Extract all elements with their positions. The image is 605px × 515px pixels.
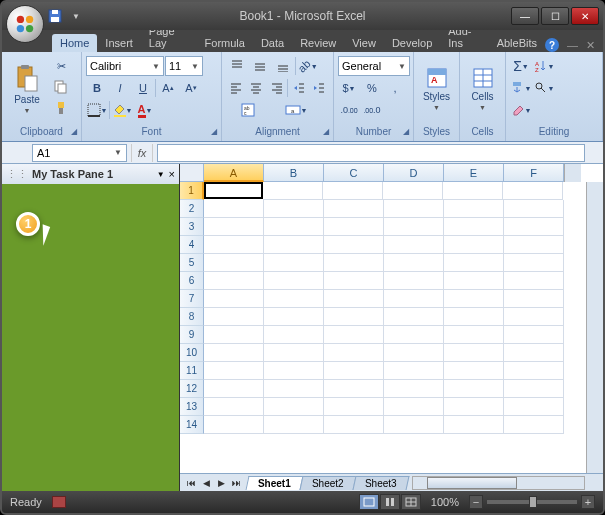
font-size-combo[interactable]: 11▼	[165, 56, 203, 76]
cell[interactable]	[264, 200, 324, 218]
cell[interactable]	[444, 362, 504, 380]
italic-button[interactable]: I	[109, 78, 131, 98]
zoom-out-button[interactable]: −	[469, 495, 483, 509]
cell[interactable]	[264, 398, 324, 416]
tab-first-button[interactable]: ⏮	[184, 476, 198, 490]
align-right-button[interactable]	[267, 78, 286, 98]
name-box[interactable]: A1▼	[32, 144, 127, 162]
row-header[interactable]: 11	[180, 362, 204, 380]
cell[interactable]	[443, 182, 503, 200]
borders-button[interactable]: ▼	[86, 100, 108, 120]
cell[interactable]	[264, 344, 324, 362]
cell[interactable]	[444, 200, 504, 218]
tab-view[interactable]: View	[344, 34, 384, 52]
task-pane-close-icon[interactable]: ×	[169, 168, 175, 180]
row-header[interactable]: 6	[180, 272, 204, 290]
cell[interactable]	[504, 272, 564, 290]
cell[interactable]	[264, 416, 324, 434]
cell[interactable]	[444, 218, 504, 236]
decrease-indent-button[interactable]	[289, 78, 308, 98]
tab-last-button[interactable]: ⏭	[229, 476, 243, 490]
row-header[interactable]: 5	[180, 254, 204, 272]
name-box-dropdown-icon[interactable]: ▼	[114, 148, 122, 157]
tab-ablebits[interactable]: AbleBits	[489, 34, 545, 52]
cell[interactable]	[324, 236, 384, 254]
cell[interactable]	[384, 290, 444, 308]
cell[interactable]	[324, 344, 384, 362]
hscroll-thumb[interactable]	[427, 477, 517, 489]
cell[interactable]	[324, 200, 384, 218]
row-header[interactable]: 10	[180, 344, 204, 362]
cell[interactable]	[444, 272, 504, 290]
col-header[interactable]: A	[204, 164, 264, 182]
paste-button[interactable]: Paste ▼	[6, 56, 48, 122]
shrink-font-button[interactable]: A▾	[180, 78, 202, 98]
vertical-scrollbar[interactable]	[586, 182, 603, 473]
clipboard-launcher-icon[interactable]: ◢	[71, 127, 77, 136]
minimize-button[interactable]: —	[511, 7, 539, 25]
cell[interactable]	[264, 308, 324, 326]
tab-developer[interactable]: Develop	[384, 34, 440, 52]
maximize-button[interactable]: ☐	[541, 7, 569, 25]
row-header[interactable]: 9	[180, 326, 204, 344]
merge-center-button[interactable]: a▼	[271, 100, 321, 120]
tab-data[interactable]: Data	[253, 34, 292, 52]
row-header[interactable]: 2	[180, 200, 204, 218]
tab-home[interactable]: Home	[52, 34, 97, 52]
cell[interactable]	[444, 290, 504, 308]
number-launcher-icon[interactable]: ◢	[403, 127, 409, 136]
cell[interactable]	[204, 362, 264, 380]
cell[interactable]	[504, 362, 564, 380]
cell[interactable]	[384, 254, 444, 272]
wrap-text-button[interactable]: abc	[226, 100, 270, 120]
cell[interactable]	[384, 272, 444, 290]
sheet-tab[interactable]: Sheet3	[352, 476, 409, 490]
font-family-combo[interactable]: Calibri▼	[86, 56, 164, 76]
tab-insert[interactable]: Insert	[97, 34, 141, 52]
sort-filter-button[interactable]: AZ▼	[533, 56, 555, 76]
copy-button[interactable]	[50, 77, 72, 97]
cell[interactable]	[204, 326, 264, 344]
cell[interactable]	[323, 182, 383, 200]
cell[interactable]	[324, 416, 384, 434]
comma-button[interactable]: ,	[384, 78, 406, 98]
row-header[interactable]: 12	[180, 380, 204, 398]
cell[interactable]	[204, 398, 264, 416]
cell[interactable]	[264, 236, 324, 254]
insert-function-button[interactable]: fx	[131, 144, 153, 162]
fill-button[interactable]: ▼	[510, 78, 532, 98]
percent-button[interactable]: %	[361, 78, 383, 98]
cut-button[interactable]: ✂	[50, 56, 72, 76]
tab-prev-button[interactable]: ◀	[199, 476, 213, 490]
zoom-level[interactable]: 100%	[431, 496, 459, 508]
styles-button[interactable]: A Styles ▼	[418, 56, 455, 122]
number-format-combo[interactable]: General▼	[338, 56, 410, 76]
underline-button[interactable]: U	[132, 78, 154, 98]
tab-review[interactable]: Review	[292, 34, 344, 52]
inner-close-icon[interactable]: ✕	[586, 39, 595, 52]
bold-button[interactable]: B	[86, 78, 108, 98]
cell[interactable]	[383, 182, 443, 200]
normal-view-button[interactable]	[359, 494, 379, 510]
cell[interactable]	[204, 182, 263, 199]
cell[interactable]	[204, 200, 264, 218]
macro-record-icon[interactable]	[52, 496, 66, 508]
sheet-tab[interactable]: Sheet2	[299, 476, 356, 490]
zoom-in-button[interactable]: +	[581, 495, 595, 509]
row-header[interactable]: 14	[180, 416, 204, 434]
zoom-slider[interactable]	[487, 500, 577, 504]
cell[interactable]	[204, 254, 264, 272]
cell[interactable]	[504, 416, 564, 434]
col-header[interactable]: E	[444, 164, 504, 182]
cell[interactable]	[384, 362, 444, 380]
cell[interactable]	[384, 416, 444, 434]
qat-dropdown-icon[interactable]: ▼	[67, 7, 85, 25]
clear-button[interactable]: ▼	[510, 100, 532, 120]
align-left-button[interactable]	[226, 78, 245, 98]
cell[interactable]	[444, 416, 504, 434]
cell[interactable]	[444, 344, 504, 362]
increase-decimal-button[interactable]: .0.00	[338, 100, 360, 120]
cell[interactable]	[384, 200, 444, 218]
cell[interactable]	[264, 290, 324, 308]
cell[interactable]	[204, 218, 264, 236]
